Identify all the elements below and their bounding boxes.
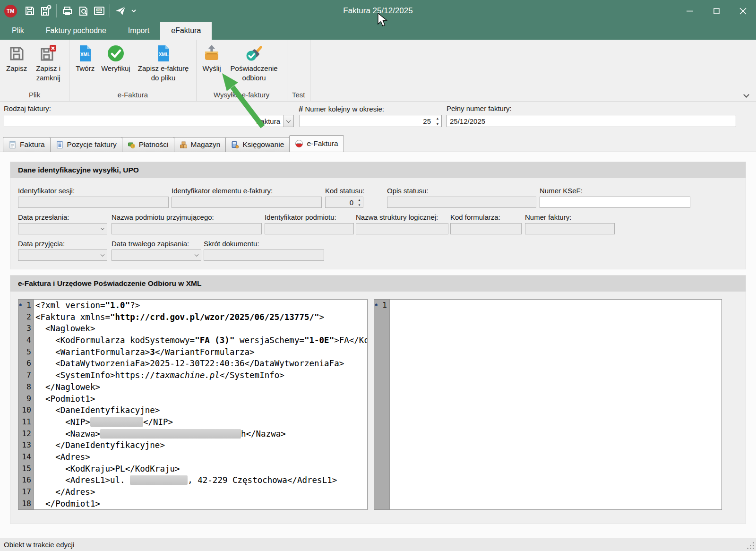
field-numer-ksef: Numer KSeF: — [540, 187, 690, 208]
menu-import[interactable]: Import — [117, 22, 160, 40]
chevron-down-icon[interactable] — [192, 250, 201, 260]
opis-statusu-input[interactable] — [387, 197, 536, 208]
button-label: Zapisz e-fakturę do pliku — [137, 64, 190, 82]
pelny-numer-value: 25/12/2025 — [447, 117, 736, 125]
tab-platnosci[interactable]: Płatności — [122, 137, 174, 152]
spin-down-icon[interactable]: ▼ — [356, 202, 363, 207]
identyfikator-elementu-input[interactable] — [172, 197, 322, 208]
xml-editor-left[interactable]: ✱123456789101112131415161718 <?xml versi… — [18, 299, 368, 510]
xml-file-icon: XML — [155, 44, 172, 62]
nazwa-struktury-input[interactable] — [356, 223, 448, 234]
ribbon-group-label-plik: Plik — [1, 91, 68, 101]
wyslij-button[interactable]: Wyślij — [199, 43, 224, 74]
titlebar-separator — [56, 4, 57, 17]
document-tabs: Faktura Pozycje faktury Płatności Magazy… — [0, 135, 756, 152]
maximize-button[interactable] — [703, 0, 730, 22]
chevron-down-icon[interactable] — [98, 250, 107, 260]
send-plane-icon[interactable] — [112, 1, 129, 20]
numer-spinner[interactable]: ▲▼ — [434, 115, 441, 127]
rodzaj-faktury-value: Faktura — [4, 117, 283, 125]
print-preview-icon[interactable] — [75, 1, 91, 20]
tab-faktura[interactable]: Faktura — [3, 137, 51, 152]
stamp-check-icon — [245, 44, 263, 62]
ribbon-group-plik: Zapisz Zapisz i zamknij Plik — [0, 40, 69, 101]
button-label: Wyślij — [203, 64, 221, 73]
hash-icon: # — [299, 104, 303, 113]
menu-efaktura[interactable]: eFaktura — [160, 22, 212, 40]
save-close-icon[interactable] — [38, 1, 54, 20]
field-kod-formularza: Kod formularza: — [450, 213, 522, 234]
field-skrot-dokumentu: Skrót dokumentu: — [204, 240, 324, 261]
data-przyjecia-combobox[interactable] — [18, 250, 107, 261]
collapse-ribbon-chevron-icon[interactable] — [743, 93, 749, 97]
kod-statusu-spinner[interactable]: ▲▼ — [356, 197, 363, 207]
pelny-numer-input[interactable]: 25/12/2025 — [447, 115, 736, 127]
numer-kolejny-value: 25 — [300, 117, 434, 125]
weryfikuj-button[interactable]: Weryfikuj — [98, 43, 133, 74]
kod-formularza-input[interactable] — [450, 223, 522, 234]
upo-code-area[interactable] — [390, 300, 722, 509]
tab-label: Księgowanie — [242, 140, 284, 149]
tab-pozycje-faktury[interactable]: Pozycje faktury — [50, 137, 122, 152]
tab-magazyn[interactable]: Magazyn — [174, 137, 226, 152]
minimize-button[interactable] — [677, 0, 703, 22]
tab-ksiegowanie[interactable]: Księgowanie — [225, 137, 290, 152]
zapisz-efakture-button[interactable]: XML Zapisz e-fakturę do pliku — [134, 43, 193, 83]
button-label: Poświadczenie odbioru — [228, 64, 281, 82]
green-check-icon — [107, 44, 125, 62]
field-identyfikator-podmiotu: Identyfikator podmiotu: — [265, 213, 354, 234]
identyfikator-sesji-input[interactable] — [18, 197, 169, 208]
spin-up-icon[interactable]: ▲ — [356, 197, 363, 202]
resize-grip[interactable] — [747, 542, 754, 549]
tworz-button[interactable]: XML Twórz — [72, 43, 98, 74]
chevron-down-icon[interactable] — [98, 224, 107, 234]
numer-faktury-input[interactable] — [525, 223, 615, 234]
pdf-export-icon[interactable]: PDF — [91, 1, 107, 20]
save-icon[interactable] — [22, 1, 38, 20]
svg-text:PDF: PDF — [97, 9, 102, 11]
ribbon-group-efaktura: XML Twórz Weryfikuj XML Zapisz e-fakturę… — [69, 40, 196, 101]
nazwa-podmiotu-input[interactable] — [112, 223, 262, 234]
poswiadczenie-button[interactable]: Poświadczenie odbioru — [224, 43, 284, 83]
zapisz-i-zamknij-button[interactable]: Zapisz i zamknij — [30, 43, 66, 83]
chevron-down-icon[interactable] — [283, 115, 293, 127]
button-label: Twórz — [76, 64, 94, 73]
menu-plik[interactable]: Plik — [1, 22, 35, 40]
close-button[interactable] — [730, 0, 756, 22]
data-zapisania-combobox[interactable] — [112, 250, 201, 261]
field-data-przyjecia: Data przyjęcia: — [18, 240, 107, 261]
print-icon[interactable] — [59, 1, 75, 20]
titlebar-separator — [110, 4, 110, 17]
save-close-floppy-icon — [39, 44, 57, 62]
menu-bar: Plik Faktury pochodne Import eFaktura — [0, 22, 756, 40]
kod-statusu-input[interactable]: 0 ▲▼ — [325, 197, 363, 208]
tab-efaktura[interactable]: e-Faktura — [289, 135, 344, 152]
xml-code-area[interactable]: <?xml version="1.0"?><Faktura xmlns="htt… — [34, 300, 367, 509]
tab-label: Faktura — [20, 140, 45, 149]
skrot-dokumentu-input[interactable] — [204, 250, 324, 261]
tab-content-panel: Dane identyfikacyjne wysyłki, UPO Identy… — [0, 152, 756, 538]
ribbon-group-wysylka: Wyślij Poświadczenie odbioru Wysyłka e-f… — [197, 40, 287, 101]
numer-kolejny-input[interactable]: 25 ▲▼ — [300, 115, 442, 127]
zapisz-button[interactable]: Zapisz — [3, 43, 30, 74]
field-data-przeslania: Data przesłania: — [18, 213, 107, 234]
xml-editor-right[interactable]: ✱1 — [374, 299, 722, 510]
data-przeslania-combobox[interactable] — [18, 223, 107, 234]
xml-file-icon: XML — [76, 44, 94, 62]
spin-up-icon[interactable]: ▲ — [434, 115, 441, 121]
tab-label: Magazyn — [191, 140, 221, 149]
identyfikator-podmiotu-input[interactable] — [265, 223, 354, 234]
svg-text:XML: XML — [80, 52, 90, 57]
menu-faktury-pochodne[interactable]: Faktury pochodne — [35, 22, 117, 40]
quick-access-dropdown-icon[interactable] — [129, 1, 139, 20]
upload-tray-icon — [203, 44, 221, 62]
rodzaj-faktury-combobox[interactable]: Faktura — [4, 115, 294, 127]
spin-down-icon[interactable]: ▼ — [434, 121, 441, 127]
app-logo[interactable]: TM — [4, 5, 17, 17]
ksef-efaktura-icon — [295, 139, 303, 148]
numer-ksef-input[interactable] — [540, 197, 690, 208]
warehouse-boxes-icon — [180, 141, 188, 149]
line-number-gutter: ✱123456789101112131415161718 — [18, 300, 34, 509]
ribbon-group-label-wysylka: Wysyłka e-faktury — [198, 91, 286, 101]
upo-group-title: Dane identyfikacyjne wysyłki, UPO — [10, 162, 746, 178]
